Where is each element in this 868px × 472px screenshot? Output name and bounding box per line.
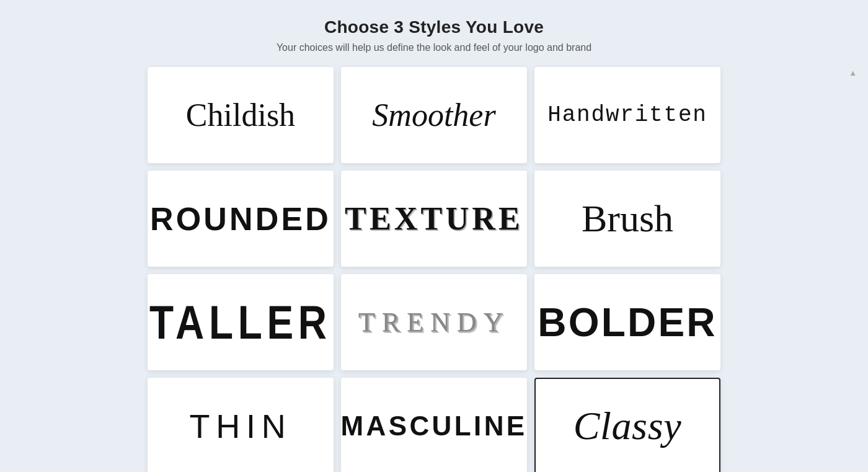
style-card-masculine[interactable]: MASCULINE bbox=[341, 378, 527, 472]
style-grid: ChildishSmootherHandwrittenROUNDEDTEXTUR… bbox=[148, 67, 720, 472]
style-card-texture[interactable]: TEXTURE bbox=[341, 171, 527, 267]
style-card-handwritten[interactable]: Handwritten bbox=[534, 67, 720, 163]
style-label-smoother: Smoother bbox=[372, 97, 495, 133]
page-title: Choose 3 Styles You Love bbox=[277, 17, 591, 37]
style-label-handwritten: Handwritten bbox=[547, 102, 707, 128]
style-card-rounded[interactable]: ROUNDED bbox=[148, 171, 334, 267]
style-label-rounded: ROUNDED bbox=[150, 200, 331, 238]
style-label-classy: Classy bbox=[574, 403, 682, 449]
style-card-taller[interactable]: TALLER bbox=[148, 274, 334, 370]
style-label-masculine: MASCULINE bbox=[340, 411, 527, 442]
style-card-trendy[interactable]: TRENDY bbox=[341, 274, 527, 370]
style-card-childish[interactable]: Childish bbox=[148, 67, 334, 163]
page-header: Choose 3 Styles You Love Your choices wi… bbox=[277, 0, 591, 61]
style-card-thin[interactable]: THIN bbox=[148, 378, 334, 472]
page-subtitle: Your choices will help us define the loo… bbox=[277, 42, 591, 53]
style-card-classy[interactable]: Classy bbox=[534, 378, 720, 472]
style-label-thin: THIN bbox=[190, 407, 292, 445]
style-card-bolder[interactable]: BOLDER bbox=[534, 274, 720, 370]
scroll-indicator: ▲ bbox=[849, 68, 857, 78]
style-label-taller: TALLER bbox=[149, 295, 332, 350]
style-card-brush[interactable]: Brush bbox=[534, 171, 720, 267]
style-label-trendy: TRENDY bbox=[358, 306, 510, 338]
style-label-brush: Brush bbox=[582, 197, 673, 241]
style-card-smoother[interactable]: Smoother bbox=[341, 67, 527, 163]
style-label-childish: Childish bbox=[186, 97, 295, 133]
style-label-bolder: BOLDER bbox=[538, 300, 717, 345]
style-label-texture: TEXTURE bbox=[345, 200, 523, 237]
